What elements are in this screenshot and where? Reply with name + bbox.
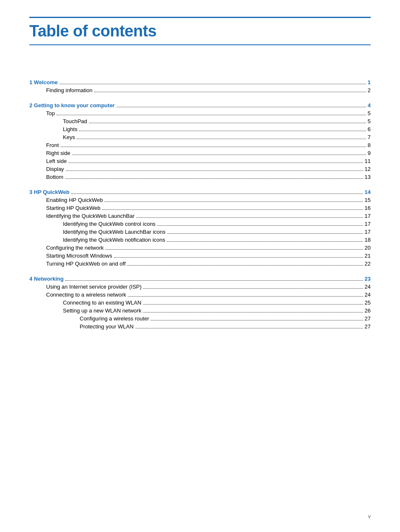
toc-dots	[167, 236, 363, 242]
toc-label: Top	[46, 110, 55, 116]
toc-page: 15	[365, 197, 371, 203]
toc-dots	[68, 158, 363, 163]
toc-label: Identifying the QuickWeb control icons	[63, 221, 156, 227]
toc-entry[interactable]: Identifying the QuickWeb notification ic…	[29, 236, 371, 243]
toc-entry[interactable]: Finding information2	[29, 87, 371, 93]
toc-entry[interactable]: 3 HP QuickWeb14	[29, 189, 371, 195]
toc-label: Turning HP QuickWeb on and off	[46, 261, 126, 267]
toc-label: 4 Networking	[29, 276, 64, 282]
page-title: Table of contents	[29, 18, 371, 40]
toc-dots	[89, 118, 366, 123]
toc-label: TouchPad	[63, 118, 87, 124]
toc-dots	[157, 220, 363, 226]
toc-dots	[135, 323, 363, 328]
toc-entry[interactable]: Enabling HP QuickWeb15	[29, 196, 371, 203]
toc-entry[interactable]: Configuring a wireless router27	[29, 315, 371, 322]
toc-dots	[57, 110, 366, 115]
toc-label: Right side	[46, 150, 70, 156]
toc-label: Using an Internet service provider (ISP)	[46, 284, 142, 290]
toc-entry[interactable]: 4 Networking23	[29, 275, 371, 282]
toc-page: 11	[365, 158, 371, 164]
toc-entry[interactable]: Starting HP QuickWeb16	[29, 204, 371, 211]
toc-page: 6	[368, 126, 371, 132]
toc-entry[interactable]: Starting Microsoft Windows21	[29, 252, 371, 259]
toc-page: 5	[368, 118, 371, 124]
toc-entry[interactable]: Keys7	[29, 134, 371, 140]
toc-dots	[94, 87, 366, 92]
toc-page: 21	[365, 253, 371, 259]
toc-entry[interactable]: Identifying the QuickWeb control icons17	[29, 220, 371, 227]
toc-entry[interactable]: Top5	[29, 110, 371, 116]
toc-entry[interactable]: Connecting to a wireless network24	[29, 291, 371, 298]
toc-content: 1 Welcome1Finding information22 Getting …	[29, 79, 371, 330]
toc-page: 1	[368, 79, 371, 85]
toc-dots	[143, 307, 363, 312]
toc-entry[interactable]: Left side11	[29, 158, 371, 164]
toc-label: Configuring the network	[46, 245, 104, 251]
toc-page: 24	[365, 284, 371, 290]
toc-label: Bottom	[46, 174, 63, 180]
toc-dots	[104, 196, 363, 202]
toc-label: Display	[46, 166, 64, 172]
toc-entry[interactable]: 2 Getting to know your computer4	[29, 102, 371, 108]
toc-page: 22	[365, 261, 371, 267]
toc-entry[interactable]: Front8	[29, 142, 371, 148]
toc-page: 18	[365, 237, 371, 243]
toc-dots	[143, 299, 363, 305]
toc-entry[interactable]: Right side9	[29, 150, 371, 156]
toc-label: Protecting your WLAN	[80, 323, 134, 330]
toc-label: Identifying the QuickWeb LaunchBar icons	[63, 229, 166, 235]
toc-page: 27	[365, 323, 371, 330]
toc-dots	[127, 260, 363, 266]
toc-dots	[105, 244, 363, 250]
toc-dots	[151, 315, 363, 320]
toc-dots	[143, 283, 363, 289]
toc-label: Left side	[46, 158, 67, 164]
toc-dots	[60, 79, 366, 84]
page-container: Table of contents 1 Welcome1Finding info…	[29, 17, 371, 330]
toc-entry[interactable]: Connecting to an existing WLAN25	[29, 299, 371, 306]
toc-entry[interactable]: Protecting your WLAN27	[29, 323, 371, 330]
toc-page: 7	[368, 134, 371, 140]
toc-dots	[136, 212, 363, 218]
toc-page: 4	[368, 102, 371, 108]
toc-dots	[65, 173, 363, 179]
toc-entry[interactable]: 1 Welcome1	[29, 79, 371, 85]
toc-page: 17	[365, 221, 371, 227]
toc-label: Connecting to a wireless network	[46, 292, 126, 298]
toc-entry[interactable]: Turning HP QuickWeb on and off22	[29, 260, 371, 267]
title-section: Table of contents	[29, 18, 371, 45]
toc-entry[interactable]: Bottom13	[29, 173, 371, 180]
toc-page: 27	[365, 315, 371, 322]
toc-entry[interactable]: Display12	[29, 165, 371, 172]
toc-entry[interactable]: Lights6	[29, 126, 371, 132]
toc-page: 24	[365, 292, 371, 298]
toc-label: Starting HP QuickWeb	[46, 205, 101, 211]
toc-dots	[128, 291, 363, 297]
toc-dots	[117, 102, 366, 107]
toc-label: Connecting to an existing WLAN	[63, 300, 141, 306]
toc-label: 1 Welcome	[29, 79, 58, 85]
toc-dots	[77, 134, 366, 139]
footer-page-number: v	[368, 514, 371, 519]
toc-page: 5	[368, 110, 371, 116]
toc-label: Identifying the QuickWeb LaunchBar	[46, 213, 135, 219]
toc-label: Finding information	[46, 87, 93, 93]
toc-entry[interactable]: Configuring the network20	[29, 244, 371, 251]
toc-page: 13	[365, 174, 371, 180]
toc-entry[interactable]: Identifying the QuickWeb LaunchBar17	[29, 212, 371, 219]
toc-dots	[65, 275, 363, 281]
toc-entry[interactable]: Identifying the QuickWeb LaunchBar icons…	[29, 228, 371, 235]
page-footer: v	[368, 514, 371, 519]
toc-dots	[71, 189, 363, 194]
toc-label: Identifying the QuickWeb notification ic…	[63, 237, 165, 243]
toc-label: Configuring a wireless router	[80, 315, 149, 322]
toc-entry[interactable]: Setting up a new WLAN network26	[29, 307, 371, 314]
toc-entry[interactable]: Using an Internet service provider (ISP)…	[29, 283, 371, 290]
toc-entry[interactable]: TouchPad5	[29, 118, 371, 124]
toc-dots	[72, 150, 366, 155]
toc-label: Keys	[63, 134, 75, 140]
toc-label: Lights	[63, 126, 78, 132]
toc-dots	[114, 252, 363, 258]
toc-page: 25	[365, 300, 371, 306]
